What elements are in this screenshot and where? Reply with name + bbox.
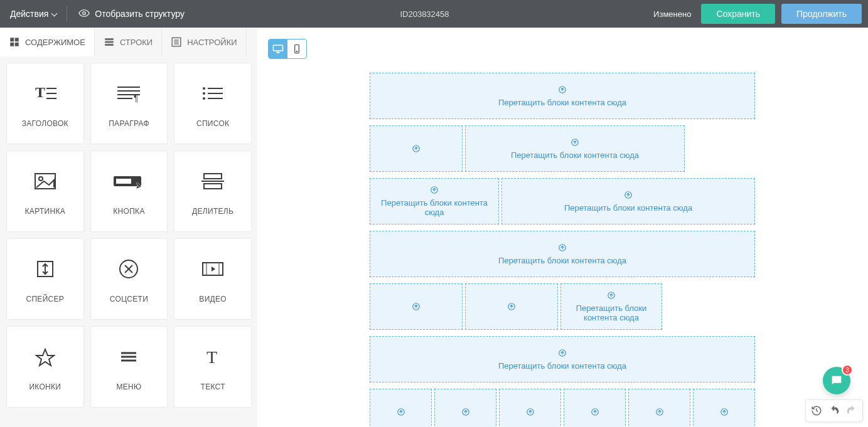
drop-hint-text: Перетащить блоки контента сюда: [564, 203, 692, 213]
drop-zone[interactable]: [564, 389, 626, 427]
star-icon: [31, 342, 59, 371]
tab-content[interactable]: СОДЕРЖИМОЕ: [0, 28, 95, 56]
save-button[interactable]: Сохранить: [701, 4, 775, 24]
drop-zone[interactable]: [370, 283, 463, 330]
arrow-up-circle-icon: [412, 144, 421, 153]
tab-settings[interactable]: НАСТРОЙКИ: [162, 28, 246, 56]
block-social-label: СОЦСЕТИ: [110, 295, 148, 303]
drop-zone[interactable]: Перетащить блоки контента сюда: [370, 178, 499, 224]
block-button[interactable]: КНОПКА: [90, 150, 168, 232]
svg-point-23: [203, 92, 205, 95]
drop-row: Перетащить блоки контента сюда: [370, 73, 755, 119]
block-text[interactable]: T ТЕКСТ: [174, 326, 252, 408]
svg-rect-1: [10, 38, 14, 41]
arrow-up-circle-icon: [591, 408, 599, 416]
block-image[interactable]: КАРТИНКА: [6, 150, 84, 232]
arrow-up-circle-icon: [720, 408, 729, 416]
drop-zone[interactable]: Перетащить блоки контента сюда: [501, 178, 755, 224]
chat-widget[interactable]: 3: [823, 367, 850, 394]
drop-zone[interactable]: Перетащить блоки контента сюда: [560, 283, 662, 330]
show-structure-toggle[interactable]: Отобразить структуру: [67, 0, 196, 28]
editor-canvas: Перетащить блоки контента сюдаПеретащить…: [257, 28, 868, 427]
drop-hint-text: Перетащить блоки контента сюда: [511, 150, 639, 160]
tab-rows[interactable]: СТРОКИ: [95, 28, 162, 56]
arrow-up-circle-icon: [571, 138, 579, 147]
svg-text:T: T: [35, 84, 45, 100]
spacer-icon: [31, 255, 59, 283]
drop-zone[interactable]: Перетащить блоки контента сюда: [370, 73, 755, 119]
tab-content-label: СОДЕРЖИМОЕ: [25, 38, 85, 47]
arrow-up-circle-icon: [558, 85, 567, 94]
block-divider[interactable]: ДЕЛИТЕЛЬ: [174, 150, 252, 232]
drop-zone[interactable]: Перетащить блоки контента сюда: [370, 336, 755, 382]
drop-zone[interactable]: [465, 283, 558, 330]
drop-hint-text: Перетащить блоки контента сюда: [374, 198, 495, 217]
undo-button[interactable]: [826, 403, 842, 419]
block-divider-label: ДЕЛИТЕЛЬ: [192, 207, 233, 216]
arrow-up-circle-icon: [558, 243, 567, 252]
svg-point-25: [203, 97, 205, 100]
block-list[interactable]: СПИСОК: [174, 63, 252, 144]
svg-rect-33: [204, 184, 222, 189]
block-video-label: ВИДЕО: [199, 295, 227, 303]
svg-rect-30: [116, 179, 131, 184]
block-spacer-label: СПЕЙСЕР: [26, 295, 64, 303]
drop-zone[interactable]: [628, 389, 690, 427]
block-button-label: КНОПКА: [113, 207, 144, 216]
social-icon: [115, 255, 142, 283]
svg-point-0: [83, 11, 86, 14]
svg-point-21: [203, 87, 205, 90]
drop-zone[interactable]: [434, 389, 496, 427]
history-button[interactable]: [808, 403, 825, 419]
svg-rect-4: [15, 43, 19, 46]
drop-zone[interactable]: Перетащить блоки контента сюда: [370, 231, 755, 277]
chat-badge: 3: [842, 364, 853, 376]
actions-menu-label: Действия: [10, 9, 48, 19]
svg-line-86: [817, 411, 818, 412]
svg-rect-5: [105, 38, 114, 40]
device-mobile-button[interactable]: [287, 40, 306, 58]
history-bar: [805, 399, 863, 422]
svg-point-28: [39, 177, 43, 181]
continue-button[interactable]: Продолжить: [781, 4, 862, 24]
arrow-up-circle-icon: [461, 408, 470, 416]
block-heading[interactable]: T ЗАГОЛОВОК: [6, 63, 84, 144]
block-icons-label: ИКОНКИ: [29, 382, 61, 391]
drop-hint-text: Перетащить блоки контента сюда: [498, 98, 626, 107]
actions-menu-button[interactable]: Действия: [0, 0, 67, 28]
svg-text:T: T: [206, 347, 217, 367]
arrow-up-circle-icon: [655, 408, 664, 416]
drop-zone[interactable]: [693, 389, 755, 427]
svg-rect-2: [15, 38, 19, 41]
device-desktop-button[interactable]: [269, 40, 287, 58]
drop-zone[interactable]: [370, 125, 463, 172]
arrow-up-circle-icon: [397, 408, 405, 416]
paragraph-icon: ¶: [115, 79, 142, 108]
drop-row: Перетащить блоки контента сюда: [370, 283, 755, 330]
block-menu-label: МЕНЮ: [116, 382, 141, 391]
block-paragraph[interactable]: ¶ ПАРАГРАФ: [90, 63, 168, 144]
block-icons[interactable]: ИКОНКИ: [6, 326, 84, 408]
block-image-label: КАРТИНКА: [25, 207, 65, 216]
eye-icon: [78, 8, 90, 21]
drop-zone[interactable]: Перетащить блоки контента сюда: [465, 125, 685, 172]
content-blocks-list: T ЗАГОЛОВОК ¶ ПАРАГРАФ СПИСОК: [0, 56, 257, 427]
svg-rect-48: [274, 45, 283, 51]
block-video[interactable]: ВИДЕО: [174, 238, 252, 320]
block-menu[interactable]: МЕНЮ: [90, 326, 168, 408]
block-spacer[interactable]: СПЕЙСЕР: [6, 238, 84, 320]
divider-icon: [199, 167, 227, 196]
svg-text:¶: ¶: [134, 93, 139, 103]
button-icon: [111, 167, 146, 196]
drop-zone[interactable]: [370, 389, 432, 427]
drop-zone[interactable]: [499, 389, 561, 427]
sidebar: СОДЕРЖИМОЕ СТРОКИ НАСТРОЙКИ T ЗАГОЛОВОК: [0, 28, 257, 427]
block-social[interactable]: СОЦСЕТИ: [90, 238, 168, 320]
tab-settings-label: НАСТРОЙКИ: [187, 38, 237, 47]
svg-marker-43: [36, 349, 54, 366]
svg-rect-7: [105, 44, 114, 46]
arrow-up-circle-icon: [558, 349, 567, 357]
chevron-down-icon: [52, 9, 56, 19]
redo-button[interactable]: [844, 403, 860, 419]
drop-hint-text: Перетащить блоки контента сюда: [565, 303, 658, 322]
